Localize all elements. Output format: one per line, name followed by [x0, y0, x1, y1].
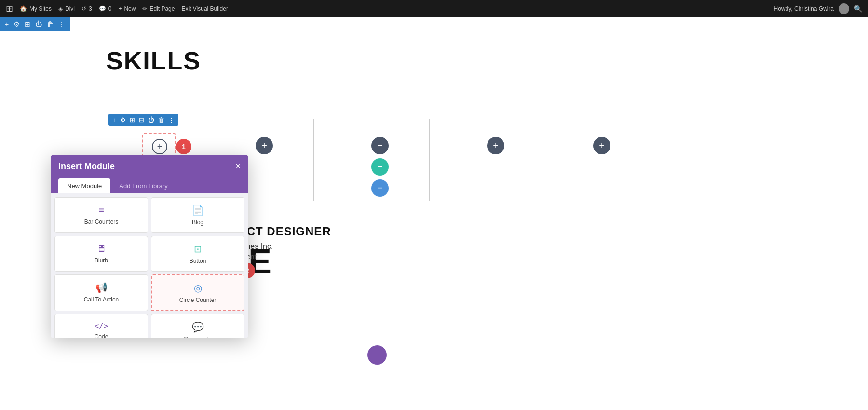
- module-delete-btn[interactable]: 🗑: [158, 116, 164, 123]
- comments-label: Comments: [184, 336, 212, 338]
- row-settings-btn[interactable]: ⚙: [14, 20, 20, 28]
- insert-module-dialog: Insert Module × New Module Add From Libr…: [51, 155, 248, 338]
- module-grid: ≡ Bar Counters 📄 Blog 🖥 Blurb ⊡ Button 📢: [54, 197, 244, 338]
- code-icon: </>: [95, 321, 108, 330]
- comments-link[interactable]: 💬 0: [99, 5, 112, 12]
- divi-link[interactable]: ◈ Divi: [58, 5, 75, 12]
- dialog-close-button[interactable]: ×: [235, 162, 241, 172]
- module-button[interactable]: ⊡ Button: [151, 236, 244, 272]
- user-greeting: Howdy, Christina Gwira: [774, 5, 834, 12]
- bar-counters-icon: ≡: [98, 205, 104, 216]
- module-layout-btn[interactable]: ⊞: [130, 116, 135, 123]
- dot-menu-button[interactable]: ···: [367, 345, 387, 365]
- tab-new-module[interactable]: New Module: [58, 178, 110, 193]
- comments-icon: 💬: [99, 5, 106, 12]
- col-divider-2: [429, 119, 430, 201]
- col2-buttons: + + +: [371, 137, 389, 197]
- row-delete-btn[interactable]: 🗑: [47, 20, 54, 28]
- code-label: Code: [95, 333, 108, 338]
- exit-builder-link[interactable]: Exit Visual Builder: [181, 5, 228, 12]
- skills-heading: SKILLS: [0, 17, 868, 95]
- circle-counter-label: Circle Counter: [179, 297, 217, 303]
- wp-logo-icon[interactable]: ⊞: [6, 3, 13, 14]
- module-move-btn[interactable]: +: [112, 116, 116, 123]
- row-disable-btn[interactable]: ⏻: [35, 20, 42, 28]
- module-circle-counter[interactable]: ◎ Circle Counter: [151, 274, 244, 311]
- blog-label: Blog: [192, 219, 203, 226]
- module-grid-btn[interactable]: ⊟: [139, 116, 144, 123]
- page-content: SKILLS + ⚙ ⊞ ⊟ ⏻ 🗑 ⋮ + 1 + + + + + + NCE…: [0, 17, 868, 410]
- module-blurb[interactable]: 🖥 Blurb: [54, 236, 148, 272]
- dialog-title: Insert Module: [58, 162, 115, 172]
- my-sites-icon: 🏠: [20, 5, 27, 12]
- blurb-label: Blurb: [95, 257, 108, 264]
- module-code[interactable]: </> Code: [54, 314, 148, 338]
- col2-add-blue-button[interactable]: +: [371, 179, 389, 197]
- admin-bar: ⊞ 🏠 My Sites ◈ Divi ↺ 3 💬 0 + New ✏ Edit…: [0, 0, 868, 17]
- row-toolbar: + ⚙ ⊞ ⏻ 🗑 ⋮: [0, 17, 70, 31]
- module-bar-counters[interactable]: ≡ Bar Counters: [54, 197, 148, 233]
- tab-add-from-library[interactable]: Add From Library: [110, 178, 176, 193]
- search-icon[interactable]: 🔍: [854, 5, 862, 13]
- col2-add-teal-button[interactable]: +: [371, 158, 389, 176]
- cta-label: Call To Action: [84, 296, 119, 303]
- col3-add-button[interactable]: +: [487, 137, 504, 154]
- module-toolbar: + ⚙ ⊞ ⊟ ⏻ 🗑 ⋮: [108, 114, 178, 126]
- col1-add-button[interactable]: +: [256, 137, 273, 154]
- button-label: Button: [190, 258, 206, 264]
- new-icon: +: [118, 5, 122, 12]
- dialog-tabs: New Module Add From Library: [51, 178, 248, 193]
- divi-icon: ◈: [58, 5, 63, 12]
- col4-add-button[interactable]: +: [593, 137, 610, 154]
- revisions-link[interactable]: ↺ 3: [81, 5, 92, 12]
- module-comments[interactable]: 💬 Comments: [151, 314, 244, 338]
- row-move-btn[interactable]: +: [5, 20, 9, 28]
- dialog-header: Insert Module ×: [51, 155, 248, 178]
- edit-page-link[interactable]: ✏ Edit Page: [142, 5, 175, 12]
- bar-counters-label: Bar Counters: [84, 219, 119, 225]
- edit-icon: ✏: [142, 5, 147, 12]
- step-1-badge: 1: [176, 139, 191, 154]
- circle-counter-icon: ◎: [194, 282, 202, 294]
- module-settings-btn[interactable]: ⚙: [120, 116, 126, 123]
- row-duplicate-btn[interactable]: ⊞: [25, 20, 30, 28]
- blurb-icon: 🖥: [96, 243, 106, 254]
- col2-add-button[interactable]: +: [371, 137, 389, 154]
- module-call-to-action[interactable]: 📢 Call To Action: [54, 274, 148, 311]
- col-divider-1: [313, 119, 314, 201]
- cta-icon: 📢: [95, 282, 108, 293]
- my-sites-link[interactable]: 🏠 My Sites: [20, 5, 52, 12]
- button-icon: ⊡: [194, 243, 202, 255]
- revisions-icon: ↺: [81, 5, 86, 12]
- comments-icon: 💬: [192, 321, 204, 333]
- module-more-btn[interactable]: ⋮: [168, 116, 175, 123]
- module-blog[interactable]: 📄 Blog: [151, 197, 244, 233]
- blog-icon: 📄: [192, 205, 204, 216]
- col-divider-3: [545, 119, 545, 201]
- module-add-button[interactable]: +: [152, 139, 167, 154]
- row-more-btn[interactable]: ⋮: [58, 20, 65, 28]
- new-link[interactable]: + New: [118, 5, 136, 12]
- module-disable-btn[interactable]: ⏻: [148, 116, 154, 123]
- module-list: ≡ Bar Counters 📄 Blog 🖥 Blurb ⊡ Button 📢: [51, 193, 248, 338]
- user-avatar-icon: [839, 3, 849, 14]
